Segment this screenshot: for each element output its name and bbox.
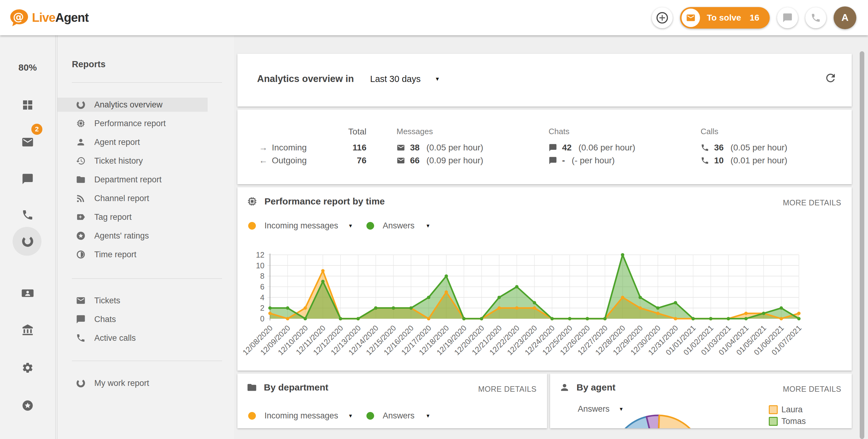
calls-button[interactable] [805, 7, 826, 28]
outgoing-messages-rate: (0.09 per hour) [426, 156, 483, 165]
user-avatar[interactable]: A [834, 6, 856, 29]
rail-calls-icon[interactable] [0, 209, 55, 221]
tag-icon [76, 212, 86, 222]
menu-item-channel-report[interactable]: Channel report [57, 191, 234, 206]
menu-item-time-report[interactable]: Time report [57, 247, 234, 261]
incoming-arrow-icon: → [259, 143, 268, 153]
by-agent-card: By agent MORE DETAILS Answers ▼ Laura To… [550, 374, 852, 428]
incoming-messages-cell: 38 (0.05 per hour) [397, 143, 483, 153]
section-title: By department [264, 382, 328, 393]
more-details-link[interactable]: MORE DETAILS [478, 385, 536, 394]
performance-report-card: Performance report by time MORE DETAILS … [238, 187, 852, 371]
rail-dashboard-icon[interactable] [0, 99, 55, 111]
chat-bubble-icon [549, 144, 557, 152]
folder-icon [247, 382, 257, 393]
menu-item-my-work-report[interactable]: My work report [57, 376, 234, 390]
svg-text:2: 2 [260, 304, 265, 312]
menu-item-agents-ratings[interactable]: Agents' ratings [57, 229, 234, 243]
icon-rail-sidebar: 80% 2 [0, 35, 56, 439]
answers-legend-dot [366, 412, 374, 420]
rail-contacts-icon[interactable] [0, 287, 55, 300]
chat-bubble-icon [782, 12, 793, 23]
avatar-letter: A [841, 12, 848, 23]
menu-item-label: Channel report [94, 194, 149, 203]
to-solve-button[interactable]: To solve 16 [680, 7, 770, 29]
menu-item-label: Ticket history [94, 156, 143, 166]
tomas-swatch [769, 417, 778, 426]
rail-reports-icon[interactable] [0, 235, 55, 248]
main-content: Analytics overview in Last 30 days ▼ Tot… [235, 35, 868, 439]
phone-icon [76, 333, 86, 343]
rail-tickets-icon[interactable] [0, 136, 55, 149]
menu-item-analytics-overview[interactable]: Analytics overview [57, 98, 208, 112]
incoming-legend-dot [248, 412, 256, 420]
rail-settings-icon[interactable] [0, 362, 55, 374]
usage-percent: 80% [0, 62, 55, 73]
menu-item-performance-report[interactable]: Performance report [57, 116, 234, 130]
chart-legend: Incoming messages ▼ Answers ▼ [248, 411, 430, 420]
refresh-button[interactable] [824, 71, 837, 85]
menu-item-label: Performance report [94, 119, 166, 128]
menu-item-label: Agents' ratings [94, 231, 149, 241]
more-details-link[interactable]: MORE DETAILS [783, 385, 841, 394]
outgoing-chats-rate: (- per hour) [571, 156, 615, 165]
chats-button[interactable] [777, 7, 798, 28]
incoming-chats-value: 42 [562, 143, 571, 153]
menu-item-chats[interactable]: Chats [57, 312, 234, 326]
folder-icon [76, 175, 86, 185]
chip-icon [76, 119, 86, 128]
menu-item-label: My work report [94, 378, 149, 388]
menu-item-ticket-history[interactable]: Ticket history [57, 154, 234, 168]
menu-item-department-report[interactable]: Department report [57, 173, 234, 187]
menu-item-tickets[interactable]: Tickets [57, 293, 234, 308]
vertical-scrollbar[interactable] [860, 51, 864, 439]
incoming-chats-cell: 42 (0.06 per hour) [549, 143, 635, 153]
donut-chart-icon [76, 100, 86, 109]
menu-item-label: Chats [94, 315, 116, 324]
add-new-button[interactable] [652, 7, 673, 28]
rail-ratings-icon[interactable] [0, 399, 55, 412]
to-solve-label: To solve [707, 13, 741, 23]
top-header: @ LiveAgent To solve 16 A [0, 0, 868, 35]
date-range-dropdown[interactable]: Last 30 days ▼ [370, 74, 440, 84]
laura-swatch [769, 405, 778, 414]
time-series-chart: 02468101212/08/202012/09/202012/10/20201… [238, 187, 852, 371]
svg-text:@: @ [13, 10, 24, 23]
answers-dropdown[interactable]: Answers ▼ [578, 404, 623, 414]
mail-icon [397, 144, 405, 152]
tickets-badge: 2 [31, 124, 42, 135]
page-title: Analytics overview in [257, 73, 354, 85]
menu-item-label: Analytics overview [94, 100, 162, 109]
analytics-overview-card: Analytics overview in Last 30 days ▼ [238, 54, 852, 106]
phone-icon [811, 12, 821, 23]
svg-text:4: 4 [260, 293, 265, 302]
menu-divider [72, 278, 222, 279]
rail-chats-icon[interactable] [0, 173, 55, 185]
menu-item-label: Agent report [94, 137, 140, 147]
menu-item-agent-report[interactable]: Agent report [57, 135, 234, 149]
liveagent-logo[interactable]: @ LiveAgent [9, 8, 89, 28]
incoming-calls-rate: (0.05 per hour) [731, 143, 787, 153]
chevron-down-icon[interactable]: ▼ [348, 413, 353, 419]
to-solve-mail-circle [682, 9, 700, 27]
by-department-card: By department MORE DETAILS Incoming mess… [238, 374, 547, 428]
outgoing-calls-value: 10 [714, 156, 724, 165]
outgoing-chats-cell: - (- per hour) [549, 156, 615, 165]
incoming-calls-value: 36 [714, 143, 724, 153]
summary-stats-card: Total Messages Chats Calls → Incoming 11… [238, 109, 852, 184]
chevron-down-icon[interactable]: ▼ [426, 413, 431, 419]
menu-item-active-calls[interactable]: Active calls [57, 331, 234, 345]
menu-item-label: Tag report [94, 213, 132, 222]
menu-item-label: Department report [94, 175, 161, 185]
incoming-messages-value: 38 [410, 143, 420, 153]
menu-item-label: Active calls [94, 334, 136, 343]
menu-item-tag-report[interactable]: Tag report [57, 210, 234, 224]
outgoing-total: 76 [323, 156, 366, 165]
rail-company-icon[interactable] [0, 324, 55, 336]
phone-icon [701, 144, 709, 152]
outgoing-messages-value: 66 [410, 156, 420, 165]
incoming-total: 116 [323, 143, 366, 153]
plus-circle-icon [655, 11, 669, 25]
reports-menu: Reports Analytics overview Performance r… [57, 35, 234, 439]
menu-divider [72, 82, 222, 83]
